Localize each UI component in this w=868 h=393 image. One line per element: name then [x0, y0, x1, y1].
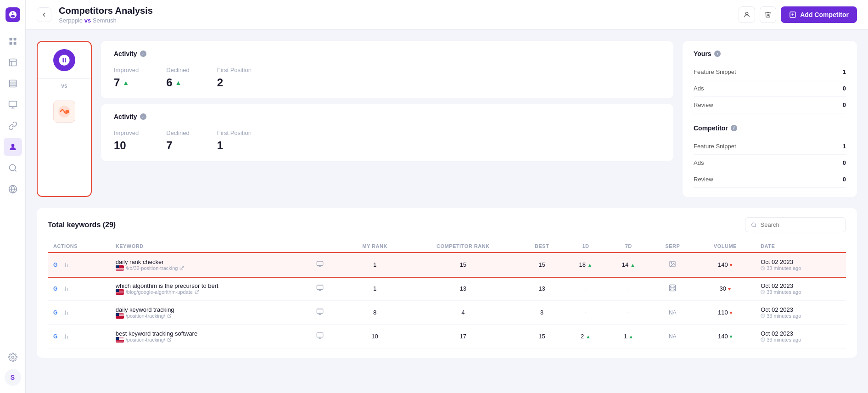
cell-best: 13 — [520, 277, 565, 301]
google-icon[interactable]: G — [53, 262, 60, 268]
competitor-panel-title: Competitor i — [694, 124, 846, 132]
svg-point-14 — [11, 144, 14, 147]
yours-ads-row: Ads 0 — [694, 80, 846, 97]
yours-declined: Declined 6 ▲ — [166, 67, 190, 89]
content-area: vs Activity i — [26, 30, 868, 393]
main-content: Competitors Analysis Serppple vs Semrush… — [26, 0, 868, 393]
monitor-icon[interactable] — [316, 308, 324, 315]
activity-section: Activity i Improved 7 ▲ Declined — [101, 41, 673, 197]
cell-date: Oct 02 2023 33 minutes ago — [755, 325, 846, 348]
cell-my-rank: 10 — [343, 325, 407, 348]
cell-1d: 18 ▲ — [564, 253, 607, 277]
cell-monitor — [311, 277, 343, 301]
cell-my-rank: 1 — [343, 277, 407, 301]
search-input[interactable] — [761, 221, 840, 228]
col-monitor — [311, 240, 343, 253]
table-row[interactable]: G which algorithm is the precursor to be… — [48, 277, 846, 301]
monitor-icon[interactable] — [316, 332, 324, 339]
cell-best: 3 — [520, 301, 565, 325]
cell-date: Oct 02 2023 33 minutes ago — [755, 277, 846, 301]
svg-point-36 — [671, 263, 672, 264]
google-icon[interactable]: G — [53, 286, 60, 292]
sidebar-item-link[interactable] — [4, 117, 22, 135]
competitor-logo-circle — [53, 101, 75, 123]
bar-chart-icon[interactable] — [62, 309, 69, 316]
avatar[interactable]: S — [5, 369, 21, 386]
yours-review-row: Review 0 — [694, 97, 846, 113]
sidebar-item-dashboard[interactable] — [4, 32, 22, 51]
yours-panel-title: Yours i — [694, 50, 846, 57]
cell-keyword: daily rank checker /kb/32-position-track… — [110, 253, 311, 277]
competitor-improved: Improved 10 — [114, 129, 139, 152]
table-row[interactable]: G daily keyword tracking /position-track… — [48, 301, 846, 325]
back-button[interactable] — [37, 7, 51, 22]
cell-1d: - — [564, 277, 607, 301]
sidebar-item-settings[interactable] — [4, 348, 22, 366]
panel-divider — [694, 113, 846, 124]
bar-chart-icon[interactable] — [62, 286, 69, 292]
table-row[interactable]: G best keyword tracking software /positi… — [48, 325, 846, 348]
cell-actions: G — [48, 253, 110, 277]
clock-icon — [761, 290, 765, 294]
bar-chart-icon[interactable] — [62, 333, 69, 340]
competitor-selector[interactable]: vs — [37, 41, 92, 197]
monitor-icon[interactable] — [316, 260, 324, 268]
search-box[interactable] — [745, 217, 846, 232]
cell-my-rank: 1 — [343, 253, 407, 277]
col-actions: ACTIONS — [48, 240, 110, 253]
subtitle-competitor: Semrush — [93, 17, 117, 24]
avatar-button[interactable] — [739, 6, 755, 23]
svg-rect-2 — [9, 42, 12, 45]
google-icon[interactable]: G — [53, 333, 60, 340]
header-title-section: Competitors Analysis Serppple vs Semrush — [59, 6, 731, 24]
cell-volume: 110 ♥ — [695, 301, 756, 325]
sidebar-item-competitor[interactable] — [4, 138, 22, 156]
cell-volume: 140 ♥ — [695, 325, 756, 348]
sidebar-item-analytics[interactable] — [4, 53, 22, 72]
col-best: BEST — [520, 240, 565, 253]
google-icon[interactable]: G — [53, 309, 60, 316]
sidebar-item-table[interactable] — [4, 74, 22, 93]
clock-icon — [761, 314, 765, 318]
external-link-icon — [167, 337, 172, 342]
table-row[interactable]: G daily rank checker /kb/32-position-tra… — [48, 253, 846, 277]
col-serp: SERP — [650, 240, 695, 253]
cell-serp: NA — [650, 325, 695, 348]
delete-button[interactable] — [760, 6, 776, 23]
add-competitor-button[interactable]: Add Competitor — [781, 6, 857, 23]
competitor-activity-stats: Improved 10 Declined 7 First — [114, 129, 661, 152]
svg-rect-58 — [317, 309, 323, 313]
sidebar-item-globe[interactable] — [4, 180, 22, 198]
sidebar-item-monitor[interactable] — [4, 95, 22, 114]
col-1d: 1D — [564, 240, 607, 253]
cell-best: 15 — [520, 253, 565, 277]
svg-rect-42 — [317, 285, 323, 289]
sidebar-item-search[interactable] — [4, 159, 22, 177]
cell-1d: 2 ▲ — [564, 325, 607, 348]
bar-chart-icon[interactable] — [62, 262, 69, 268]
cell-keyword: which algorithm is the precursor to bert… — [110, 277, 311, 301]
yours-activity-title: Activity i — [114, 50, 661, 57]
comp-feature-snippet-row: Feature Snippet 1 — [694, 138, 846, 155]
film-icon — [669, 284, 676, 292]
monitor-icon[interactable] — [316, 284, 324, 292]
yours-declined-trend: ▲ — [175, 79, 182, 86]
header-actions: Add Competitor — [739, 6, 857, 23]
svg-rect-11 — [9, 101, 17, 107]
svg-line-27 — [755, 226, 756, 227]
yours-first-position: First Position 2 — [217, 67, 252, 89]
svg-point-15 — [9, 165, 15, 171]
image-icon — [669, 260, 676, 268]
cell-monitor — [311, 325, 343, 348]
app-logo[interactable] — [6, 7, 20, 22]
page-header: Competitors Analysis Serppple vs Semrush… — [26, 0, 868, 30]
page-title: Competitors Analysis — [59, 6, 731, 16]
competitor-first-position: First Position 1 — [217, 129, 252, 152]
col-my-rank: MY RANK — [343, 240, 407, 253]
cell-monitor — [311, 253, 343, 277]
page-subtitle: Serppple vs Semrush — [59, 17, 731, 24]
cell-comp-rank: 15 — [407, 253, 520, 277]
comp-review-row: Review 0 — [694, 171, 846, 188]
svg-rect-66 — [317, 333, 323, 337]
svg-line-31 — [182, 266, 184, 269]
